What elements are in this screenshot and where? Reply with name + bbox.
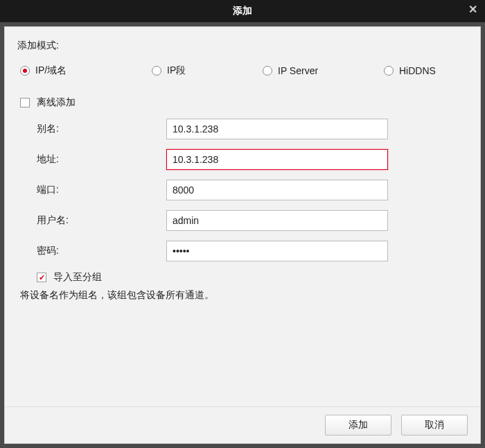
radio-label: IP段 xyxy=(167,64,186,77)
input-username[interactable] xyxy=(166,210,388,231)
row-alias: 别名: xyxy=(17,119,468,139)
input-address[interactable] xyxy=(166,149,388,170)
hint-text: 将设备名作为组名，该组包含设备所有通道。 xyxy=(20,289,468,302)
radio-ip-server[interactable]: IP Server xyxy=(263,64,384,77)
input-password[interactable] xyxy=(166,241,388,261)
input-alias[interactable] xyxy=(166,119,388,139)
label-address: 地址: xyxy=(17,153,166,166)
import-group-label: 导入至分组 xyxy=(53,271,102,284)
offline-add-label: 离线添加 xyxy=(37,96,76,109)
label-password: 密码: xyxy=(17,245,166,257)
add-dialog: 添加 ✕ 添加模式: IP/域名 IP段 IP Server HiDDNS xyxy=(0,0,485,448)
mode-label: 添加模式: xyxy=(17,40,468,52)
label-port: 端口: xyxy=(17,184,166,196)
row-address: 地址: xyxy=(17,149,468,170)
row-username: 用户名: xyxy=(17,210,468,231)
row-password: 密码: xyxy=(17,241,468,261)
cancel-button[interactable]: 取消 xyxy=(401,415,468,436)
radio-label: HiDDNS xyxy=(399,65,436,76)
dialog-footer: 添加 取消 xyxy=(4,406,481,444)
label-username: 用户名: xyxy=(17,214,166,227)
import-group-row[interactable]: 导入至分组 xyxy=(37,271,468,284)
radio-label: IP Server xyxy=(278,65,318,76)
radio-hiddns[interactable]: HiDDNS xyxy=(384,64,436,77)
radio-icon xyxy=(152,66,161,76)
radio-ip-domain[interactable]: IP/域名 xyxy=(20,64,152,77)
input-port[interactable] xyxy=(166,180,388,200)
dialog-content: 添加模式: IP/域名 IP段 IP Server HiDDNS 离线添加 xyxy=(4,26,481,406)
label-alias: 别名: xyxy=(17,123,166,135)
radio-icon xyxy=(263,66,272,76)
checkbox-icon xyxy=(37,273,46,282)
radio-icon xyxy=(20,66,30,76)
dialog-title: 添加 xyxy=(233,5,252,17)
radio-icon xyxy=(384,66,394,76)
checkbox-icon xyxy=(20,98,30,107)
row-port: 端口: xyxy=(17,180,468,200)
add-button[interactable]: 添加 xyxy=(325,415,391,436)
radio-ip-segment[interactable]: IP段 xyxy=(152,64,263,77)
mode-radio-group: IP/域名 IP段 IP Server HiDDNS xyxy=(17,64,468,77)
close-icon[interactable]: ✕ xyxy=(466,4,479,18)
offline-add-row[interactable]: 离线添加 xyxy=(20,96,468,109)
titlebar: 添加 ✕ xyxy=(0,0,485,22)
radio-label: IP/域名 xyxy=(35,64,67,77)
